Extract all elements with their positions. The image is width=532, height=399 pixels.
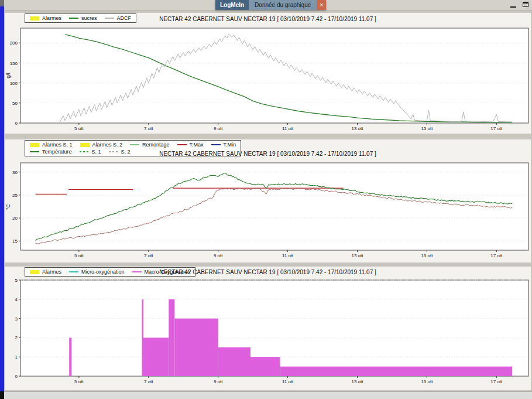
x-tick-label: 13 ott (351, 253, 363, 258)
chart-panel-sugars: NECTAR 42 CABERNET SAUV NECTAR 19 [ 03/1… (5, 13, 531, 134)
x-tick-label: 17 ott (490, 126, 503, 131)
x-tick-label: 17 ott (490, 379, 503, 384)
legend-label: S. 1 (92, 149, 101, 155)
legend-entry: Alarmes S. 2 (80, 142, 123, 148)
window-controls (510, 2, 529, 8)
x-tick-label: 7 ott (144, 126, 153, 131)
oxygenation-bar (69, 337, 71, 376)
legend-label: Remontage (142, 142, 170, 148)
y-tick-label: 100 (10, 81, 18, 86)
x-tick-label: 11 ott (282, 379, 294, 384)
restore-icon[interactable] (522, 2, 529, 8)
legend-label: Alarmes (42, 269, 61, 275)
y-tick-label: 3 (15, 316, 18, 322)
left-edge-top (0, 0, 4, 6)
legend-entry: sucres (69, 15, 97, 21)
y-tick-label: 5 (15, 278, 18, 283)
y-tick-label: 4 (15, 297, 18, 302)
plot-canvas: 0123455 ott7 ott9 ott11 ott13 ott15 ott1… (5, 267, 531, 390)
oxygenation-bar (174, 319, 218, 376)
legend-entry: S. 2 (109, 149, 131, 155)
plot-area (20, 28, 528, 123)
x-tick-label: 7 ott (144, 253, 153, 258)
legend-entry: Alarmes S. 1 (30, 142, 73, 148)
plot-area (20, 163, 528, 250)
left-edge-blue-strip (0, 6, 4, 391)
legend-entry: Remontage (130, 142, 170, 148)
chart-legend: AlarmessucresADCF (25, 13, 136, 23)
legend-row: AlarmessucresADCF (30, 15, 131, 21)
legend-line-icon (69, 18, 78, 19)
legend-entry: T.Min (211, 142, 236, 148)
legend-line-icon (109, 151, 118, 152)
window-title: Donnée du graphique (249, 0, 317, 10)
legend-line-icon (211, 144, 221, 145)
legend-entry: Température (30, 149, 72, 155)
y-axis-label: g/l (5, 73, 11, 79)
chart-legend: Alarmes S. 1Alarmes S. 2RemontageT.MaxT.… (25, 140, 241, 156)
y-tick-label: 20 (12, 216, 18, 221)
legend-line-icon (105, 18, 114, 19)
legend-line-icon (80, 151, 89, 152)
legend-row: AlarmesMicro-oxygénationMacro-Oxygénatio… (30, 269, 190, 275)
legend-line-icon (130, 144, 139, 145)
y-axis-label: °C (5, 203, 11, 210)
chart-panel-temperature: NECTAR 42 CABERNET SAUV NECTAR 19 [ 03/1… (5, 139, 531, 262)
legend-label: ADCF (117, 15, 132, 21)
legend-label: S. 2 (121, 149, 131, 155)
legend-label: Macro-Oxygénation (145, 269, 191, 275)
legend-entry: ADCF (105, 15, 132, 21)
legend-label: T.Min (224, 142, 236, 148)
chart-panel-oxygenation: NECTAR 42 CABERNET SAUV NECTAR 19 [ 03/1… (5, 267, 531, 390)
y-tick-label: 0 (15, 374, 18, 379)
x-tick-label: 9 ott (214, 379, 223, 384)
restore-glyph (523, 2, 528, 7)
x-tick-label: 15 ott (421, 253, 433, 258)
oxygenation-bar (280, 367, 513, 376)
minimize-icon[interactable] (510, 2, 517, 8)
x-tick-label: 9 ott (214, 126, 223, 131)
legend-label: Température (42, 149, 72, 155)
legend-label: T.Max (190, 142, 204, 148)
x-tick-label: 7 ott (144, 379, 153, 384)
x-tick-label: 11 ott (282, 253, 294, 258)
oxygenation-bar (218, 347, 250, 376)
y-tick-label: 2 (15, 335, 18, 340)
plot-canvas: 152025305 ott7 ott9 ott11 ott13 ott15 ot… (5, 139, 531, 262)
bottom-status-strip (4, 391, 532, 399)
y-tick-label: 25 (12, 193, 18, 198)
oxygenation-bar (142, 299, 143, 376)
legend-line-icon (69, 271, 78, 272)
y-tick-label: 15 (12, 238, 18, 244)
close-icon[interactable]: × (317, 0, 326, 10)
oxygenation-bar (250, 357, 280, 376)
x-tick-label: 15 ott (421, 126, 433, 131)
legend-row: TempératureS. 1S. 2 (30, 149, 236, 155)
legend-color-patch-icon (30, 143, 39, 147)
logmein-session-tab[interactable]: LogMeIn Donnée du graphique × (215, 0, 326, 10)
minimize-glyph (510, 6, 516, 8)
legend-line-icon (177, 144, 187, 145)
x-tick-label: 13 ott (351, 126, 363, 131)
legend-label: Alarmes S. 1 (42, 142, 73, 148)
legend-entry: Micro-oxygénation (69, 269, 125, 275)
legend-label: sucres (81, 15, 97, 21)
legend-entry: Alarmes (30, 269, 61, 275)
legend-entry: T.Max (177, 142, 204, 148)
y-tick-label: 1 (15, 354, 18, 360)
oxygenation-bar (169, 299, 174, 376)
plot-canvas: 0501001502005 ott7 ott9 ott11 ott13 ott1… (5, 13, 531, 134)
legend-color-patch-icon (30, 16, 39, 21)
chart-legend: AlarmesMicro-oxygénationMacro-Oxygénatio… (25, 267, 195, 277)
legend-entry: Macro-Oxygénation (132, 269, 191, 275)
y-tick-label: 30 (12, 170, 18, 175)
x-tick-label: 5 ott (74, 379, 84, 384)
legend-entry: Alarmes (30, 15, 61, 21)
legend-label: Micro-oxygénation (81, 269, 125, 275)
legend-entry: S. 1 (80, 149, 101, 155)
left-edge-bottom (0, 391, 4, 399)
logmein-brand: LogMeIn (215, 0, 249, 10)
y-tick-label: 50 (12, 101, 18, 106)
legend-row: Alarmes S. 1Alarmes S. 2RemontageT.MaxT.… (30, 142, 236, 148)
x-tick-label: 5 ott (74, 253, 84, 258)
